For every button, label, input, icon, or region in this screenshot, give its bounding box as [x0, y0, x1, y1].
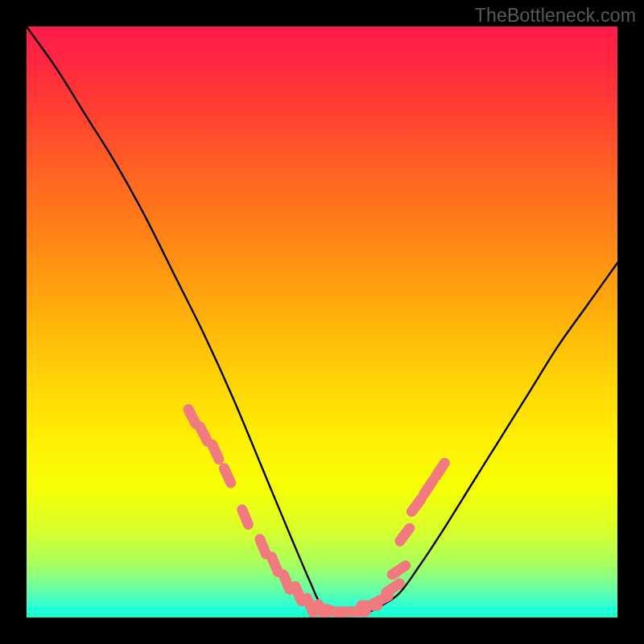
marker-dot	[307, 598, 313, 613]
marker-dot	[295, 586, 302, 601]
marker-dot	[411, 499, 421, 512]
watermark-text: TheBottleneck.com	[475, 5, 636, 27]
marker-dot	[392, 566, 406, 575]
marker-dot	[242, 510, 249, 525]
chart-frame	[27, 27, 617, 617]
marker-dot	[400, 528, 410, 541]
marker-dot	[283, 575, 290, 590]
marker-dot	[386, 584, 400, 592]
chart-overlay	[27, 27, 617, 617]
bottleneck-curve	[27, 27, 617, 612]
marker-dot	[213, 444, 219, 459]
marker-dot	[436, 463, 444, 477]
marker-dot	[424, 481, 433, 494]
marker-dot	[271, 557, 278, 572]
marker-dot	[200, 427, 208, 442]
marker-dot	[188, 410, 196, 424]
marker-dot	[260, 539, 266, 555]
marker-dot	[224, 469, 230, 483]
